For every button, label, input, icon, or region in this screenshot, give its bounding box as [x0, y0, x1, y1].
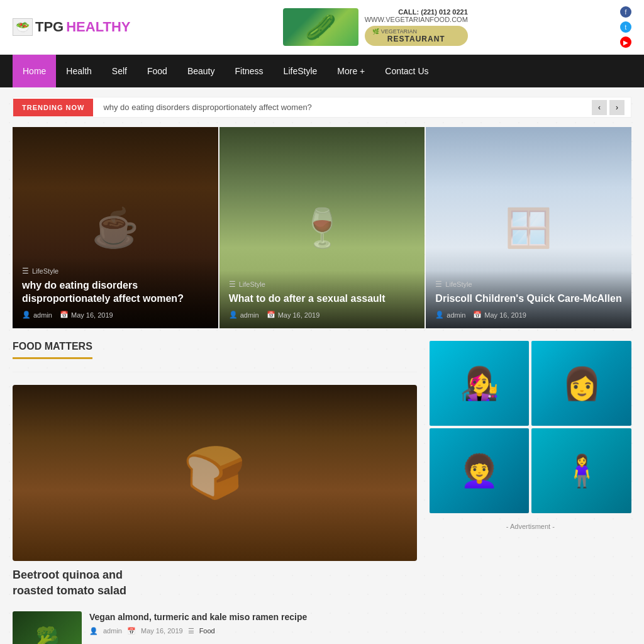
hero-overlay-2: ☰ LifeStyle What to do after a sexual as…: [219, 270, 425, 328]
trending-label: TRENDING NOW: [13, 99, 93, 116]
twitter-icon[interactable]: t: [620, 21, 631, 33]
nav-item-fitness[interactable]: Fitness: [225, 55, 273, 87]
hero-meta-2: 👤 admin 📅 May 16, 2019: [229, 311, 416, 319]
hero-overlay-1: ☰ LifeStyle why do eating disorders disp…: [13, 257, 218, 328]
restaurant-badge: 🌿VEGETARIAN RESTAURANT: [365, 26, 468, 46]
website-info: WWW.VEGETARIANFOOD.COM: [365, 16, 468, 23]
food-list-image-1: 🥦: [13, 611, 82, 644]
header-center: 🥒 CALL: (221) 012 0221 WWW.VEGETARIANFOO…: [283, 8, 468, 46]
hero-date-3: 📅 May 16, 2019: [473, 311, 526, 319]
food-list-title-1: Vegan almond, turmeric and kale miso ram…: [89, 611, 417, 623]
hero-card-1[interactable]: ☕ ☰ LifeStyle why do eating disorders di…: [13, 127, 218, 328]
hero-meta-1: 👤 admin 📅 May 16, 2019: [22, 311, 209, 319]
trending-nav: ‹ ›: [586, 100, 631, 115]
food-main-card[interactable]: 🍞 Beetroot quinoa and roasted tomato sal…: [13, 385, 417, 599]
nav-item-beauty[interactable]: Beauty: [177, 55, 225, 87]
food-section-title: FOOD MATTERS: [13, 341, 92, 359]
food-cat-icon-1: ☰: [188, 627, 194, 635]
hero-category-1: ☰ LifeStyle: [22, 267, 209, 275]
trending-bar: TRENDING NOW why do eating disorders dis…: [13, 97, 631, 118]
ad-label: - Advertisment -: [430, 523, 631, 530]
category-icon-1: ☰: [22, 267, 29, 275]
hero-category-2: ☰ LifeStyle: [229, 280, 416, 289]
trending-prev[interactable]: ‹: [592, 100, 607, 115]
main-nav: Home Health Self Food Beauty Fitness Lif…: [0, 55, 644, 87]
social-icons: f t ▶: [620, 6, 631, 48]
nav-item-home[interactable]: Home: [13, 55, 56, 87]
trending-text: why do eating disorders disproportionate…: [93, 97, 586, 117]
hero-date-2: 📅 May 16, 2019: [267, 311, 320, 319]
nav-item-food[interactable]: Food: [137, 55, 177, 87]
logo[interactable]: 🥗 TPG HEALTHY: [13, 18, 131, 36]
hero-title-3: Driscoll Children's Quick Care-McAllen: [435, 292, 622, 306]
author-icon-1: 👤: [22, 311, 31, 319]
restaurant-label: RESTAURANT: [372, 35, 460, 43]
food-list-meta-1: 👤 admin 📅 May 16, 2019 ☰ Food: [89, 627, 417, 635]
hero-section: ☕ ☰ LifeStyle why do eating disorders di…: [13, 127, 631, 328]
nav-item-self[interactable]: Self: [102, 55, 137, 87]
hero-overlay-3: ☰ LifeStyle Driscoll Children's Quick Ca…: [426, 270, 631, 328]
food-main-title: Beetroot quinoa and roasted tomato salad: [13, 567, 417, 599]
logo-healthy: HEALTHY: [66, 19, 130, 35]
hero-category-3: ☰ LifeStyle: [435, 280, 622, 289]
sidebar-image-grid: 👩‍🎤 👩 👩‍🦱 🧍‍♀️: [430, 341, 631, 513]
sidebar-image-3[interactable]: 👩‍🦱: [430, 428, 530, 513]
logo-tpg: TPG: [35, 19, 64, 35]
hero-date-1: 📅 May 16, 2019: [60, 311, 113, 319]
category-icon-3: ☰: [435, 280, 442, 289]
vegetarian-label: 🌿VEGETARIAN: [372, 28, 460, 35]
sidebar: 👩‍🎤 👩 👩‍🦱 🧍‍♀️ - Advertisment -: [430, 341, 631, 644]
food-date-icon-1: 📅: [127, 627, 136, 635]
hero-author-2: 👤 admin: [229, 311, 259, 319]
food-section: FOOD MATTERS 🍞 Beetroot quinoa and roast…: [13, 341, 417, 644]
hero-author-3: 👤 admin: [435, 311, 465, 319]
sidebar-image-2[interactable]: 👩: [531, 341, 631, 426]
hero-title-1: why do eating disorders disproportionate…: [22, 279, 209, 306]
section-wrapper: FOOD MATTERS 🍞 Beetroot quinoa and roast…: [13, 341, 631, 644]
nav-item-lifestyle[interactable]: LifeStyle: [274, 55, 328, 87]
category-icon-2: ☰: [229, 280, 236, 289]
food-list-item-1[interactable]: 🥦 Vegan almond, turmeric and kale miso r…: [13, 611, 417, 644]
date-icon-2: 📅: [267, 311, 275, 319]
trending-next[interactable]: ›: [609, 100, 625, 115]
hero-title-2: What to do after a sexual assault: [229, 292, 416, 306]
nav-item-contact[interactable]: Contact Us: [375, 55, 438, 87]
food-section-header: FOOD MATTERS: [13, 341, 417, 372]
date-icon-1: 📅: [60, 311, 69, 319]
nav-item-more[interactable]: More +: [327, 55, 375, 87]
facebook-icon[interactable]: f: [620, 6, 631, 18]
food-main-image: 🍞: [13, 385, 417, 561]
hero-meta-3: 👤 admin 📅 May 16, 2019: [435, 311, 622, 319]
header-contact: CALL: (221) 012 0221 WWW.VEGETARIANFOOD.…: [365, 8, 468, 46]
youtube-icon[interactable]: ▶: [620, 36, 631, 48]
top-header: 🥗 TPG HEALTHY 🥒 CALL: (221) 012 0221 WWW…: [0, 0, 644, 55]
food-list-info-1: Vegan almond, turmeric and kale miso ram…: [89, 611, 417, 644]
hero-card-3[interactable]: 🪟 ☰ LifeStyle Driscoll Children's Quick …: [426, 127, 631, 328]
author-icon-3: 👤: [435, 311, 444, 319]
author-icon-2: 👤: [229, 311, 238, 319]
hero-author-1: 👤 admin: [22, 311, 52, 319]
nav-item-health[interactable]: Health: [56, 55, 101, 87]
call-info: CALL: (221) 012 0221: [365, 8, 468, 16]
header-food-image: 🥒: [283, 8, 358, 46]
logo-icon: 🥗: [13, 18, 33, 36]
date-icon-3: 📅: [473, 311, 482, 319]
sidebar-image-1[interactable]: 👩‍🎤: [430, 341, 530, 426]
food-author-icon-1: 👤: [89, 627, 98, 635]
sidebar-image-4[interactable]: 🧍‍♀️: [531, 428, 631, 513]
hero-card-2[interactable]: 🍷 ☰ LifeStyle What to do after a sexual …: [219, 127, 425, 328]
